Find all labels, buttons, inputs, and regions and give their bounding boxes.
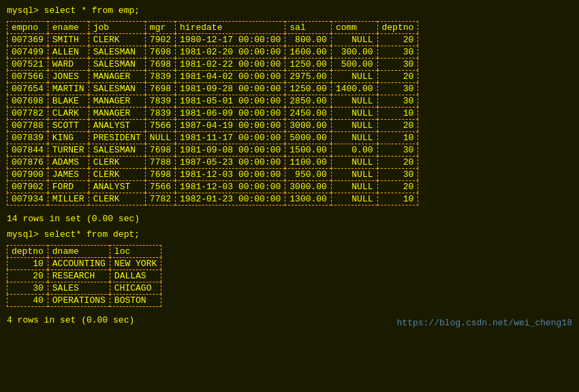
- emp-cell-9-7: 30: [377, 144, 419, 156]
- table-row: 007844TURNERSALESMAN76981981-09-08 00:00…: [7, 144, 418, 156]
- emp-cell-10-3: 7788: [145, 156, 175, 168]
- emp-cell-1-0: 007499: [7, 46, 48, 58]
- emp-cell-9-4: 1981-09-08 00:00:00: [175, 144, 285, 156]
- emp-cell-12-6: NULL: [331, 180, 377, 193]
- emp-cell-6-4: 1981-06-09 00:00:00: [175, 107, 285, 119]
- emp-cell-0-1: SMITH: [48, 33, 89, 46]
- emp-cell-11-0: 007900: [7, 168, 48, 180]
- emp-cell-11-3: 7698: [145, 168, 175, 180]
- emp-cell-3-4: 1981-04-02 00:00:00: [175, 70, 285, 82]
- emp-cell-11-2: CLERK: [89, 168, 145, 180]
- emp-cell-5-5: 2850.00: [285, 95, 331, 107]
- emp-cell-3-5: 2975.00: [285, 70, 331, 82]
- emp-result-info: 14 rows in set (0.00 sec): [7, 214, 572, 224]
- emp-cell-7-3: 7566: [145, 119, 175, 131]
- table-row: 007566JONESMANAGER78391981-04-02 00:00:0…: [7, 70, 418, 82]
- emp-cell-2-1: WARD: [48, 58, 89, 70]
- emp-cell-9-0: 007844: [7, 144, 48, 156]
- emp-cell-13-1: MILLER: [48, 193, 89, 206]
- emp-cell-4-2: SALESMAN: [89, 82, 145, 95]
- dept-col-loc: loc: [110, 245, 161, 257]
- emp-cell-6-6: NULL: [331, 107, 377, 119]
- dept-cell-2-1: SALES: [48, 282, 110, 294]
- table-row: 007934MILLERCLERK77821982-01-23 00:00:00…: [7, 193, 418, 206]
- emp-col-hiredate: hiredate: [175, 21, 285, 33]
- emp-cell-1-2: SALESMAN: [89, 46, 145, 58]
- emp-cell-8-5: 5000.00: [285, 131, 331, 144]
- emp-cell-11-1: JAMES: [48, 168, 89, 180]
- emp-cell-7-7: 20: [377, 119, 419, 131]
- emp-cell-3-6: NULL: [331, 70, 377, 82]
- emp-cell-6-5: 2450.00: [285, 107, 331, 119]
- table-row: 007521WARDSALESMAN76981981-02-22 00:00:0…: [7, 58, 418, 70]
- emp-cell-2-7: 30: [377, 58, 419, 70]
- table-row: 007900JAMESCLERK76981981-12-03 00:00:009…: [7, 168, 418, 180]
- table-row: 30SALESCHICAGO: [7, 282, 161, 294]
- table-row: 40OPERATIONSBOSTON: [7, 294, 161, 307]
- emp-cell-2-0: 007521: [7, 58, 48, 70]
- table-row: 007369SMITHCLERK79021980-12-17 00:00:008…: [7, 33, 418, 46]
- emp-cell-13-2: CLERK: [89, 193, 145, 206]
- emp-cell-6-7: 10: [377, 107, 419, 119]
- table-row: 007839KINGPRESIDENTNULL1981-11-17 00:00:…: [7, 131, 418, 144]
- emp-cell-4-5: 1250.00: [285, 82, 331, 95]
- emp-cell-5-3: 7839: [145, 95, 175, 107]
- emp-cell-0-6: NULL: [331, 33, 377, 46]
- emp-cell-7-2: ANALYST: [89, 119, 145, 131]
- emp-cell-0-4: 1980-12-17 00:00:00: [175, 33, 285, 46]
- table-row: 007698BLAKEMANAGER78391981-05-01 00:00:0…: [7, 95, 418, 107]
- emp-cell-7-5: 3000.00: [285, 119, 331, 131]
- emp-col-job: job: [89, 21, 145, 33]
- emp-cell-2-3: 7698: [145, 58, 175, 70]
- emp-cell-13-7: 10: [377, 193, 419, 206]
- emp-cell-12-4: 1981-12-03 00:00:00: [175, 180, 285, 193]
- table-row: 007788SCOTTANALYST75661987-04-19 00:00:0…: [7, 119, 418, 131]
- emp-cell-10-7: 20: [377, 156, 419, 168]
- dept-cell-0-2: NEW YORK: [110, 257, 161, 270]
- emp-cell-7-1: SCOTT: [48, 119, 89, 131]
- emp-col-empno: empno: [7, 21, 48, 33]
- dept-cell-2-2: CHICAGO: [110, 282, 161, 294]
- emp-cell-10-0: 007876: [7, 156, 48, 168]
- dept-cell-3-2: BOSTON: [110, 294, 161, 307]
- emp-cell-1-7: 30: [377, 46, 419, 58]
- dept-cell-3-0: 40: [7, 294, 48, 307]
- emp-cell-0-7: 20: [377, 33, 419, 46]
- emp-cell-2-2: SALESMAN: [89, 58, 145, 70]
- emp-col-sal: sal: [285, 21, 331, 33]
- dept-cell-0-0: 10: [7, 257, 48, 270]
- emp-col-deptno: deptno: [377, 21, 419, 33]
- emp-cell-0-3: 7902: [145, 33, 175, 46]
- emp-cell-11-7: 30: [377, 168, 419, 180]
- emp-cell-0-5: 800.00: [285, 33, 331, 46]
- emp-cell-3-2: MANAGER: [89, 70, 145, 82]
- emp-cell-9-1: TURNER: [48, 144, 89, 156]
- prompt-1: mysql> select * from emp;: [7, 5, 572, 16]
- emp-cell-5-2: MANAGER: [89, 95, 145, 107]
- dept-cell-0-1: ACCOUNTING: [48, 257, 110, 270]
- emp-cell-6-0: 007782: [7, 107, 48, 119]
- emp-cell-1-5: 1600.00: [285, 46, 331, 58]
- emp-cell-12-2: ANALYST: [89, 180, 145, 193]
- emp-cell-13-4: 1982-01-23 00:00:00: [175, 193, 285, 206]
- dept-col-deptno: deptno: [7, 245, 48, 257]
- dept-cell-1-2: DALLAS: [110, 270, 161, 282]
- prompt-2: mysql> select* from dept;: [7, 229, 572, 240]
- table-row: 007782CLARKMANAGER78391981-06-09 00:00:0…: [7, 107, 418, 119]
- emp-cell-0-0: 007369: [7, 33, 48, 46]
- emp-cell-5-6: NULL: [331, 95, 377, 107]
- table-row: 007654MARTINSALESMAN76981981-09-28 00:00…: [7, 82, 418, 95]
- emp-cell-9-6: 0.00: [331, 144, 377, 156]
- emp-cell-10-2: CLERK: [89, 156, 145, 168]
- emp-cell-12-1: FORD: [48, 180, 89, 193]
- dept-col-dname: dname: [48, 245, 110, 257]
- emp-cell-5-7: 30: [377, 95, 419, 107]
- emp-col-ename: ename: [48, 21, 89, 33]
- emp-cell-8-2: PRESIDENT: [89, 131, 145, 144]
- emp-cell-1-6: 300.00: [331, 46, 377, 58]
- emp-cell-2-5: 1250.00: [285, 58, 331, 70]
- emp-cell-3-0: 007566: [7, 70, 48, 82]
- emp-cell-8-4: 1981-11-17 00:00:00: [175, 131, 285, 144]
- emp-cell-13-6: NULL: [331, 193, 377, 206]
- emp-cell-1-4: 1981-02-20 00:00:00: [175, 46, 285, 58]
